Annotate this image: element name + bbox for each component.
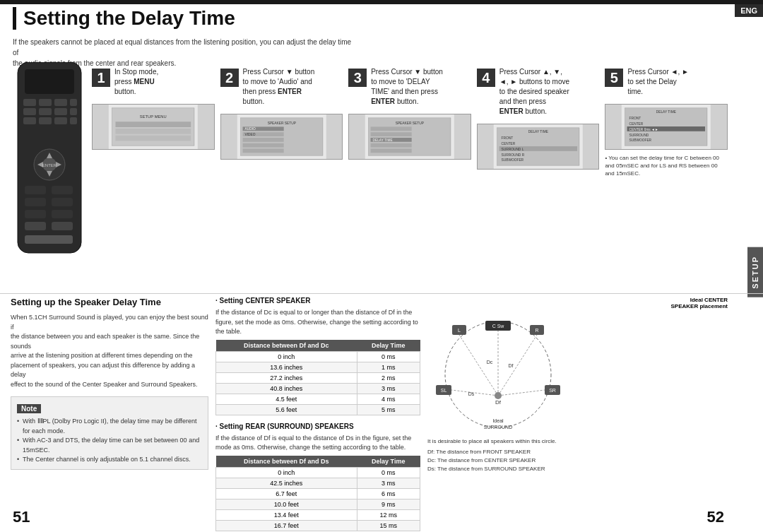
svg-rect-35 bbox=[115, 136, 191, 141]
step-4-text: Press Cursor ▲, ▼, ◄, ► buttons to move … bbox=[499, 67, 569, 117]
svg-text:VIDEO: VIDEO bbox=[244, 133, 255, 136]
svg-rect-54 bbox=[371, 148, 412, 153]
center-speaker-table: Distance between Df and DcDelay Time0 in… bbox=[215, 340, 420, 415]
svg-text:FRONT: FRONT bbox=[501, 136, 513, 140]
svg-rect-29 bbox=[25, 235, 73, 244]
svg-rect-27 bbox=[25, 222, 46, 230]
svg-rect-28 bbox=[52, 222, 73, 230]
svg-text:SURROUND L: SURROUND L bbox=[501, 148, 524, 151]
svg-rect-9 bbox=[70, 108, 77, 115]
svg-text:L: L bbox=[458, 328, 461, 333]
bottom-section: Setting up the Speaker Delay Time When 5… bbox=[11, 297, 728, 511]
svg-rect-24 bbox=[52, 198, 73, 206]
step-1: 1 In Stop mode, press MENU button. SETUP… bbox=[92, 67, 215, 178]
rear-speaker-body: If the distance of Df is equal to the di… bbox=[215, 434, 420, 453]
page-number-right: 52 bbox=[707, 508, 724, 526]
bottom-section-body: When 5.1CH Surround Sound is played, you… bbox=[11, 313, 208, 389]
remote-control: ENTER bbox=[11, 62, 88, 267]
svg-text:DELAY TIME: DELAY TIME bbox=[656, 110, 677, 114]
svg-line-83 bbox=[498, 335, 537, 396]
svg-rect-2 bbox=[23, 99, 36, 106]
rear-speaker-table: Distance between Df and DsDelay Time0 in… bbox=[215, 456, 420, 531]
top-bar bbox=[0, 0, 763, 4]
note-box: Note With ⅡⅡPL (Dolby Pro Logic II), the… bbox=[11, 396, 208, 470]
svg-rect-53 bbox=[371, 143, 412, 148]
step-1-screen: SETUP MENU bbox=[92, 104, 215, 150]
step-5: 5 Press Cursor ◄, ► to set the Delay tim… bbox=[605, 67, 728, 178]
svg-rect-6 bbox=[23, 108, 36, 115]
step-3-screen: SPEAKER SETUP DELAY TIME bbox=[348, 114, 471, 160]
svg-rect-45 bbox=[242, 148, 283, 153]
svg-rect-26 bbox=[52, 210, 73, 218]
svg-rect-43 bbox=[242, 138, 283, 142]
svg-text:Ds: Ds bbox=[468, 391, 475, 396]
svg-text:SURROUND: SURROUND bbox=[629, 134, 649, 137]
diagram-legend: Df: The distance from FRONT SPEAKERDc: T… bbox=[427, 448, 728, 473]
speaker-diagram-panel: Ideal CENTER SPEAKER placement Df L R C … bbox=[427, 297, 728, 473]
bottom-left-panel: Setting up the Speaker Delay Time When 5… bbox=[11, 297, 208, 470]
step-2-screen: SPEAKER SETUP AUDIO VIDEO bbox=[220, 114, 343, 160]
note-title: Note bbox=[17, 404, 41, 413]
bottom-section-title: Setting up the Speaker Delay Time bbox=[11, 297, 208, 307]
speaker-diagram-svg: Df L R C Sw Dc Df SL SR D bbox=[427, 311, 569, 435]
step-5-note: • You can set the delay time for C betwe… bbox=[605, 154, 728, 178]
diagram-title: Ideal CENTER SPEAKER placement bbox=[427, 297, 728, 309]
svg-text:SL: SL bbox=[441, 388, 447, 393]
bottom-middle-panel: · Setting CENTER SPEAKER If the distance… bbox=[215, 297, 420, 532]
steps-container: 1 In Stop mode, press MENU button. SETUP… bbox=[92, 67, 728, 178]
eng-badge: ENG bbox=[735, 4, 763, 17]
rear-speaker-title: · Setting REAR (SURROUND) SPEAKERS bbox=[215, 422, 420, 430]
step-1-number: 1 bbox=[92, 69, 110, 87]
svg-text:SR: SR bbox=[549, 388, 556, 393]
svg-rect-25 bbox=[25, 210, 46, 218]
page-number-left: 51 bbox=[13, 508, 30, 526]
svg-text:AUDIO: AUDIO bbox=[244, 127, 256, 131]
svg-text:SUBWOOFER: SUBWOOFER bbox=[629, 138, 652, 142]
svg-rect-49 bbox=[371, 126, 412, 131]
svg-text:SURROUND: SURROUND bbox=[484, 425, 512, 430]
svg-line-92 bbox=[498, 390, 545, 396]
svg-text:FRONT: FRONT bbox=[629, 117, 641, 120]
step-3-text: Press Cursor ▼ button to move to 'DELAY … bbox=[371, 67, 443, 107]
svg-line-91 bbox=[451, 390, 498, 396]
section-divider bbox=[0, 293, 763, 294]
svg-text:Ideal: Ideal bbox=[492, 418, 504, 423]
svg-rect-13 bbox=[70, 117, 77, 124]
svg-rect-22 bbox=[52, 186, 73, 194]
svg-text:DELAY TIME: DELAY TIME bbox=[373, 138, 394, 142]
svg-rect-5 bbox=[70, 99, 77, 106]
diagram-circle-note: It is desirable to place all speakers wi… bbox=[427, 437, 728, 446]
step-5-text: Press Cursor ◄, ► to set the Delay time. bbox=[627, 67, 688, 97]
svg-line-82 bbox=[459, 335, 498, 396]
svg-rect-23 bbox=[25, 198, 46, 206]
svg-text:SUBWOOFER: SUBWOOFER bbox=[501, 158, 524, 162]
svg-text:C  Sw: C Sw bbox=[492, 324, 505, 329]
step-4-number: 4 bbox=[477, 69, 495, 87]
svg-text:ENTER: ENTER bbox=[42, 163, 57, 167]
svg-rect-1 bbox=[25, 69, 74, 94]
svg-rect-21 bbox=[25, 186, 46, 194]
svg-rect-50 bbox=[371, 132, 412, 136]
svg-text:SETUP MENU: SETUP MENU bbox=[140, 114, 167, 119]
svg-text:DELAY TIME: DELAY TIME bbox=[528, 130, 548, 134]
svg-rect-7 bbox=[39, 108, 52, 115]
svg-text:CENTER 0ms ◄►: CENTER 0ms ◄► bbox=[629, 128, 658, 131]
svg-rect-12 bbox=[54, 117, 67, 124]
step-2-text: Press Cursor ▼ button to move to 'Audio'… bbox=[243, 67, 315, 107]
svg-text:CENTER: CENTER bbox=[629, 122, 644, 126]
step-4: 4 Press Cursor ▲, ▼, ◄, ► buttons to mov… bbox=[477, 67, 600, 178]
svg-rect-33 bbox=[115, 122, 191, 127]
svg-text:SPEAKER SETUP: SPEAKER SETUP bbox=[396, 122, 424, 125]
svg-text:Df: Df bbox=[495, 399, 502, 406]
svg-rect-3 bbox=[39, 99, 52, 106]
setup-tab: SETUP bbox=[747, 247, 763, 297]
svg-rect-10 bbox=[23, 117, 36, 124]
page-title: Setting the Delay Time bbox=[13, 7, 235, 30]
step-2-number: 2 bbox=[220, 69, 239, 87]
svg-text:SURROUND R: SURROUND R bbox=[501, 153, 524, 157]
svg-text:R: R bbox=[535, 328, 538, 333]
svg-text:Dc: Dc bbox=[487, 360, 493, 365]
svg-rect-8 bbox=[54, 108, 67, 115]
svg-rect-4 bbox=[54, 99, 67, 106]
step-4-screen: DELAY TIME FRONT CENTER SURROUND L SURRO… bbox=[477, 124, 600, 170]
